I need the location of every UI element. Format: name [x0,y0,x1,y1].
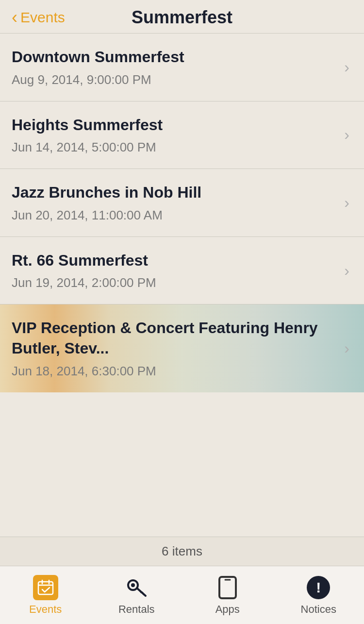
tab-events[interactable]: Events [0,566,91,624]
rentals-tab-icon [124,575,149,600]
events-tab-icon [33,575,58,600]
rentals-tab-label: Rentals [118,603,155,616]
event-date: Jun 20, 2014, 11:00:00 AM [12,208,334,223]
event-name: Jazz Brunches in Nob Hill [12,183,334,203]
notices-tab-label: Notices [301,603,336,616]
phone-icon [218,576,237,599]
event-date: Jun 19, 2014, 2:00:00 PM [12,275,334,290]
list-item[interactable]: VIP Reception & Concert Featuring Henry … [0,304,364,392]
tab-rentals[interactable]: Rentals [91,566,182,624]
event-content: Heights SummerfestJun 14, 2014, 5:00:00 … [12,115,344,155]
chevron-right-icon: › [344,339,349,357]
svg-line-7 [142,592,144,594]
events-tab-label: Events [29,603,62,616]
chevron-right-icon: › [344,126,349,144]
back-label: Events [20,9,65,26]
tab-apps[interactable]: Apps [182,566,273,624]
back-chevron-icon: ‹ [12,9,17,26]
calendar-checkmark-icon [37,579,54,596]
header: ‹ Events Summerfest [0,0,364,34]
list-item[interactable]: Rt. 66 SummerfestJun 19, 2014, 2:00:00 P… [0,237,364,305]
event-date: Jun 14, 2014, 5:00:00 PM [12,140,334,155]
apps-tab-icon [215,575,240,600]
item-count: 6 items [0,537,364,566]
back-button[interactable]: ‹ Events [12,9,65,26]
event-name: Downtown Summerfest [12,47,334,67]
event-content: Downtown SummerfestAug 9, 2014, 9:00:00 … [12,47,344,87]
event-content: Rt. 66 SummerfestJun 19, 2014, 2:00:00 P… [12,251,344,291]
page-title: Summerfest [132,7,232,28]
list-item[interactable]: Jazz Brunches in Nob HillJun 20, 2014, 1… [0,169,364,237]
event-date: Aug 9, 2014, 9:00:00 PM [12,72,334,87]
notices-tab-icon: ! [306,575,331,600]
exclamation-icon: ! [307,576,330,599]
list-item[interactable]: Downtown SummerfestAug 9, 2014, 9:00:00 … [0,34,364,101]
event-name: Heights Summerfest [12,115,334,135]
event-content: VIP Reception & Concert Featuring Henry … [12,318,344,378]
tab-notices[interactable]: ! Notices [273,566,364,624]
event-list: Downtown SummerfestAug 9, 2014, 9:00:00 … [0,34,364,537]
chevron-right-icon: › [344,262,349,280]
key-icon [125,576,148,599]
svg-rect-0 [38,582,53,594]
svg-point-5 [131,583,135,587]
tab-bar: Events Rentals Apps ! Notices [0,566,364,624]
list-item[interactable]: Heights SummerfestJun 14, 2014, 5:00:00 … [0,101,364,169]
event-name: VIP Reception & Concert Featuring Henry … [12,318,334,358]
chevron-right-icon: › [344,58,349,76]
event-date: Jun 18, 2014, 6:30:00 PM [12,364,334,379]
event-content: Jazz Brunches in Nob HillJun 20, 2014, 1… [12,183,344,223]
svg-line-8 [140,590,141,592]
chevron-right-icon: › [344,194,349,212]
apps-tab-label: Apps [215,603,240,616]
event-name: Rt. 66 Summerfest [12,251,334,271]
